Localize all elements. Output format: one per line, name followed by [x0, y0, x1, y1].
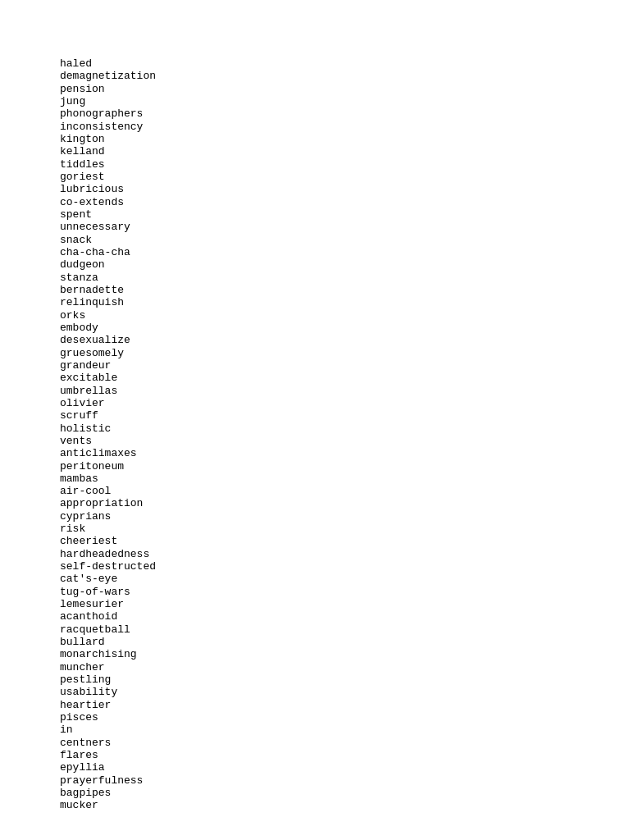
list-item: in: [60, 724, 630, 736]
list-item: excitable: [60, 372, 630, 384]
list-item: lemesurier: [60, 598, 630, 610]
list-item: appropriation: [60, 497, 630, 509]
list-item: phonographers: [60, 107, 630, 120]
list-item: inconsistency: [60, 121, 630, 133]
list-item: racquetball: [60, 623, 630, 636]
list-item: desexualize: [60, 334, 630, 346]
list-item: self-destructed: [60, 560, 630, 573]
list-item: hardheadedness: [60, 548, 630, 560]
list-item: gruesomely: [60, 347, 630, 359]
list-item: umbrellas: [60, 385, 630, 397]
word-list: haleddemagnetizationpensionjungphonograp…: [0, 0, 630, 840]
list-item: bernadette: [60, 284, 630, 296]
list-item: pension: [60, 83, 630, 95]
list-item: embody: [60, 322, 630, 334]
list-item: tug-of-wars: [60, 586, 630, 598]
list-item: mambas: [60, 472, 630, 485]
list-item: peritoneum: [60, 460, 630, 472]
list-item: relinquish: [60, 296, 630, 308]
list-item: muncher: [60, 661, 630, 673]
list-item: jung: [60, 95, 630, 107]
list-item: scruff: [60, 409, 630, 422]
list-item: spent: [60, 208, 630, 221]
list-item: holistic: [60, 422, 630, 435]
list-item: epyllia: [60, 761, 630, 774]
list-item: heartier: [60, 699, 630, 711]
list-item: pisces: [60, 711, 630, 724]
list-item: grandeur: [60, 359, 630, 372]
list-item: bullard: [60, 636, 630, 648]
list-item: demagnetization: [60, 70, 630, 82]
list-item: goriest: [60, 171, 630, 183]
list-item: cha-cha-cha: [60, 246, 630, 258]
list-item: prayerfulness: [60, 774, 630, 787]
list-item: cheeriest: [60, 535, 630, 547]
list-item: orks: [60, 309, 630, 322]
list-item: mucker: [60, 799, 630, 811]
list-item: usability: [60, 686, 630, 698]
list-item: stanza: [60, 272, 630, 284]
list-item: kelland: [60, 145, 630, 158]
list-item: risk: [60, 523, 630, 535]
list-item: kington: [60, 133, 630, 145]
list-item: haled: [60, 57, 630, 70]
list-item: lubricious: [60, 183, 630, 195]
list-item: tiddles: [60, 158, 630, 171]
list-item: cyprians: [60, 510, 630, 523]
list-item: anticlimaxes: [60, 447, 630, 459]
list-item: cat's-eye: [60, 573, 630, 585]
list-item: centners: [60, 737, 630, 749]
list-item: dudgeon: [60, 258, 630, 271]
list-item: unnecessary: [60, 221, 630, 233]
list-item: olivier: [60, 397, 630, 409]
list-item: flares: [60, 749, 630, 761]
list-item: monarchising: [60, 648, 630, 660]
list-item: bagpipes: [60, 787, 630, 799]
list-item: snack: [60, 234, 630, 246]
list-item: co-extends: [60, 196, 630, 208]
list-item: acanthoid: [60, 610, 630, 623]
list-item: pestling: [60, 673, 630, 686]
list-item: air-cool: [60, 485, 630, 497]
list-item: vents: [60, 435, 630, 447]
